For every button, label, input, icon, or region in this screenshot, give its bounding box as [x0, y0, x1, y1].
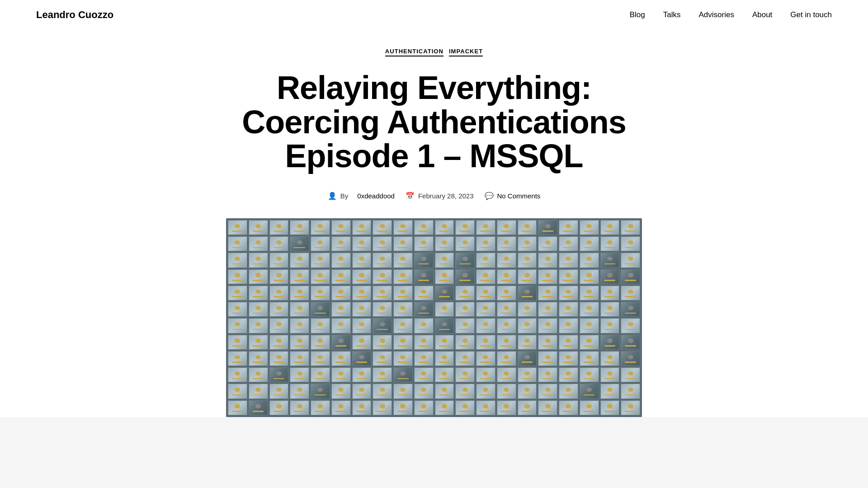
safe-box	[373, 253, 392, 267]
safe-box	[518, 367, 537, 382]
safe-box	[538, 220, 557, 235]
safe-box	[373, 367, 392, 382]
safe-box	[393, 400, 413, 415]
safe-box	[497, 351, 516, 366]
safe-box	[414, 269, 434, 284]
nav-blog[interactable]: Blog	[630, 10, 645, 19]
category-authentication[interactable]: AUTHENTICATION	[385, 48, 443, 56]
safe-box	[455, 286, 475, 300]
nav-get-in-touch[interactable]: Get in touch	[790, 10, 832, 19]
safe-box	[518, 351, 537, 366]
safe-box	[311, 253, 330, 267]
featured-image	[226, 218, 642, 417]
safe-box	[269, 351, 289, 366]
safe-box	[559, 236, 578, 251]
safe-boxes-grid	[226, 218, 642, 417]
safe-box	[497, 269, 516, 284]
safe-box	[621, 351, 640, 366]
safe-box	[373, 236, 392, 251]
safe-box	[497, 236, 516, 251]
safe-box	[621, 384, 640, 399]
safe-box	[455, 400, 475, 415]
safe-box	[476, 269, 495, 284]
safe-box	[621, 335, 640, 350]
safe-box	[331, 286, 351, 300]
comments-link[interactable]: No Comments	[497, 192, 541, 200]
safe-box	[455, 236, 475, 251]
safe-box	[621, 220, 640, 235]
safe-box	[476, 335, 495, 350]
safe-box	[497, 400, 516, 415]
safe-box	[290, 400, 309, 415]
safe-box	[269, 400, 289, 415]
safe-box	[373, 302, 392, 317]
author-prefix: By	[340, 192, 349, 200]
safe-box	[393, 253, 413, 267]
safe-box	[518, 400, 537, 415]
safe-box	[414, 236, 434, 251]
safe-box	[290, 351, 309, 366]
safe-box	[621, 253, 640, 267]
safe-box	[476, 302, 495, 317]
post-title: Relaying Everything: Coercing Authentica…	[226, 71, 642, 174]
safe-box	[249, 269, 268, 284]
safe-box	[352, 335, 372, 350]
safe-box	[352, 318, 372, 333]
safe-box	[311, 269, 330, 284]
safe-box	[600, 384, 620, 399]
author-link[interactable]: 0xdeaddood	[357, 192, 395, 200]
safe-box	[414, 318, 434, 333]
author-icon: 👤	[328, 192, 337, 200]
safe-box	[497, 335, 516, 350]
safe-box	[518, 236, 537, 251]
safe-box	[538, 367, 557, 382]
safe-box	[228, 236, 247, 251]
safe-box	[621, 269, 640, 284]
safe-box	[249, 286, 268, 300]
category-impacket[interactable]: IMPACKET	[449, 48, 483, 56]
nav-talks[interactable]: Talks	[663, 10, 681, 19]
safe-box	[228, 253, 247, 267]
safe-box	[538, 318, 557, 333]
safe-box	[559, 318, 578, 333]
safe-box	[559, 384, 578, 399]
safe-box	[497, 302, 516, 317]
safe-box	[435, 335, 454, 350]
nav-about[interactable]: About	[752, 10, 772, 19]
safe-box	[249, 351, 268, 366]
safe-box	[476, 253, 495, 267]
safe-box	[476, 384, 495, 399]
safe-box	[269, 236, 289, 251]
safe-box	[352, 384, 372, 399]
safe-box	[621, 400, 640, 415]
safe-box	[538, 286, 557, 300]
safe-box	[476, 220, 495, 235]
comment-icon: 💬	[485, 192, 494, 200]
safe-box	[393, 302, 413, 317]
safe-box	[228, 351, 247, 366]
safe-box	[249, 367, 268, 382]
safe-box	[518, 220, 537, 235]
safe-box	[538, 269, 557, 284]
safe-box	[352, 400, 372, 415]
safe-box	[311, 286, 330, 300]
site-title[interactable]: Leandro Cuozzo	[36, 9, 113, 21]
content-below	[0, 417, 868, 488]
safe-box	[352, 351, 372, 366]
safe-box	[621, 367, 640, 382]
safe-box	[435, 302, 454, 317]
safe-box	[311, 367, 330, 382]
main-content: AUTHENTICATION IMPACKET Relaying Everyth…	[217, 30, 651, 200]
safe-box	[600, 220, 620, 235]
safe-box	[311, 400, 330, 415]
safe-box	[414, 367, 434, 382]
safe-box	[269, 286, 289, 300]
safe-box	[331, 318, 351, 333]
safe-box	[352, 286, 372, 300]
calendar-icon: 📅	[406, 192, 415, 200]
safe-box	[518, 335, 537, 350]
safe-box	[476, 318, 495, 333]
safe-box	[249, 220, 268, 235]
safe-box	[414, 253, 434, 267]
nav-advisories[interactable]: Advisories	[698, 10, 734, 19]
